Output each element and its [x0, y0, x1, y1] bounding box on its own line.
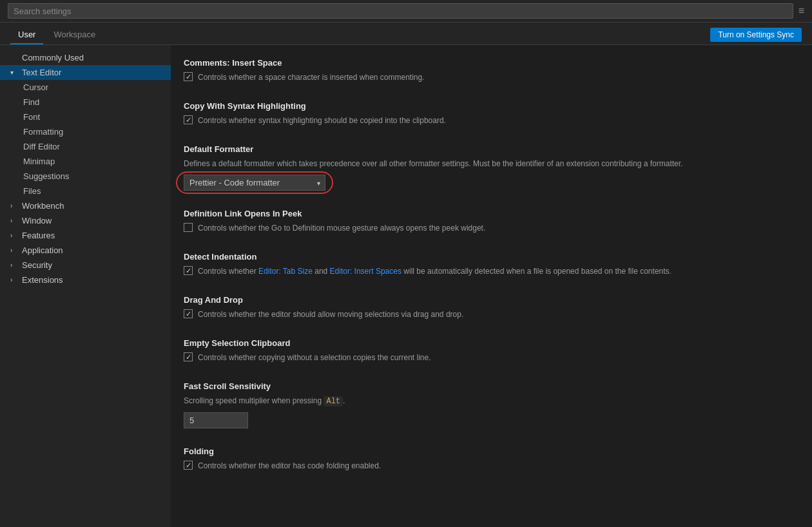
setting-description: Controls whether copying without a selec… — [198, 352, 431, 363]
sidebar-item-formatting[interactable]: Formatting — [0, 124, 171, 139]
checkbox-detect-indentation[interactable] — [184, 266, 193, 275]
sync-button[interactable]: Turn on Settings Sync — [710, 28, 802, 42]
sidebar-item-label: Window — [22, 216, 52, 225]
setting-description: Controls whether the editor has code fol… — [198, 460, 381, 472]
checkbox-row: Controls whether copying without a selec… — [184, 352, 793, 363]
setting-description: Controls whether the editor should allow… — [198, 309, 463, 320]
checkbox-empty-selection-clipboard[interactable] — [184, 352, 193, 361]
sidebar-item-label: Font — [23, 112, 40, 122]
setting-description: Controls whether a space character is in… — [198, 72, 425, 83]
setting-title: Comments: Insert Space — [184, 58, 793, 68]
sidebar-item-extensions[interactable]: › Extensions — [0, 273, 171, 287]
sidebar-item-label: Features — [22, 231, 55, 240]
setting-folding: Folding Controls whether the editor has … — [184, 446, 793, 472]
sidebar-item-application[interactable]: › Application — [0, 243, 171, 258]
sidebar-item-label: Minimap — [23, 157, 55, 166]
checkbox-row: Controls whether the editor has code fol… — [184, 460, 793, 472]
sidebar-item-text-editor[interactable]: ▾ Text Editor — [0, 65, 171, 80]
setting-title: Definition Link Opens In Peek — [184, 209, 793, 218]
link-insert-spaces[interactable]: Editor: Insert Spaces — [330, 267, 401, 276]
sidebar-item-features[interactable]: › Features — [0, 228, 171, 243]
sidebar-item-label: Diff Editor — [23, 142, 60, 151]
formatter-oval-highlight: None Prettier - Code formatter ▾ — [184, 175, 325, 191]
sidebar-item-workbench[interactable]: › Workbench — [0, 198, 171, 213]
sidebar-item-label: Text Editor — [22, 68, 61, 77]
sidebar-item-label: Security — [22, 260, 52, 270]
setting-description: Controls whether syntax highlighting sho… — [198, 115, 446, 126]
checkbox-row: Controls whether the Go to Definition mo… — [184, 222, 793, 234]
search-input[interactable] — [8, 3, 793, 19]
title-prefix: Comments: — [184, 58, 232, 68]
settings-content: Comments: Insert Space Controls whether … — [171, 45, 812, 527]
checkbox-drag-and-drop[interactable] — [184, 309, 193, 318]
checkbox-row: Controls whether Editor: Tab Size and Ed… — [184, 265, 793, 277]
checkbox-row: Controls whether the editor should allow… — [184, 309, 793, 320]
sidebar-item-diff-editor[interactable]: Diff Editor — [0, 139, 171, 154]
chevron-icon: › — [10, 217, 18, 224]
chevron-icon: › — [10, 232, 18, 239]
sidebar-item-suggestions[interactable]: Suggestions — [0, 169, 171, 184]
main-content: Commonly Used ▾ Text Editor Cursor Find … — [0, 45, 812, 527]
key-alt: Alt — [324, 396, 343, 407]
checkbox-definition-link[interactable] — [184, 223, 193, 232]
sidebar-item-label: Commonly Used — [22, 53, 84, 62]
setting-copy-with-syntax: Copy With Syntax Highlighting Controls w… — [184, 101, 793, 126]
tab-user[interactable]: User — [10, 26, 43, 44]
checkbox-row: Controls whether a space character is in… — [184, 72, 793, 83]
sidebar-item-window[interactable]: › Window — [0, 213, 171, 228]
sidebar-item-minimap[interactable]: Minimap — [0, 154, 171, 169]
sidebar-item-label: Application — [22, 245, 63, 255]
setting-title: Copy With Syntax Highlighting — [184, 101, 793, 111]
checkbox-row: Controls whether syntax highlighting sho… — [184, 115, 793, 126]
chevron-icon: ▾ — [10, 69, 18, 76]
setting-description: Controls whether the Go to Definition mo… — [198, 222, 485, 234]
setting-title: Drag And Drop — [184, 295, 793, 305]
chevron-icon: › — [10, 247, 18, 254]
chevron-icon: › — [10, 276, 18, 283]
setting-fast-scroll-sensitivity: Fast Scroll Sensitivity Scrolling speed … — [184, 381, 793, 428]
setting-comments-insert-space: Comments: Insert Space Controls whether … — [184, 58, 793, 83]
sidebar-item-label: Extensions — [22, 275, 63, 285]
checkbox-copy-with-syntax[interactable] — [184, 115, 193, 124]
sidebar-item-font[interactable]: Font — [0, 110, 171, 124]
setting-detect-indentation: Detect Indentation Controls whether Edit… — [184, 252, 793, 277]
checkbox-comments-insert-space[interactable] — [184, 72, 193, 81]
setting-default-formatter: Default Formatter Defines a default form… — [184, 144, 793, 191]
tabs-bar: User Workspace Turn on Settings Sync — [0, 23, 812, 45]
setting-title: Default Formatter — [184, 144, 793, 154]
formatter-dropdown-wrapper: None Prettier - Code formatter ▾ — [184, 175, 325, 191]
tab-workspace[interactable]: Workspace — [46, 26, 103, 44]
setting-title: Fast Scroll Sensitivity — [184, 381, 793, 391]
title-bold: Insert Space — [232, 58, 282, 68]
sidebar-item-label: Formatting — [23, 127, 63, 137]
sidebar-item-security[interactable]: › Security — [0, 258, 171, 273]
setting-title: Detect Indentation — [184, 252, 793, 262]
setting-definition-link: Definition Link Opens In Peek Controls w… — [184, 209, 793, 234]
sidebar-item-label: Find — [23, 97, 39, 107]
chevron-icon: › — [10, 202, 18, 209]
tabs-left: User Workspace — [10, 26, 103, 44]
checkbox-folding[interactable] — [184, 461, 193, 470]
chevron-icon: › — [10, 262, 18, 269]
formatter-dropdown[interactable]: None Prettier - Code formatter — [184, 175, 325, 191]
sidebar-item-cursor[interactable]: Cursor — [0, 80, 171, 95]
top-bar: ≡ — [0, 0, 812, 23]
fast-scroll-input[interactable] — [184, 412, 248, 428]
setting-description: Scrolling speed multiplier when pressing… — [184, 395, 793, 407]
sidebar-item-label: Suggestions — [23, 171, 70, 181]
setting-description: Defines a default formatter which takes … — [184, 158, 793, 169]
filter-icon[interactable]: ≡ — [798, 5, 804, 17]
sidebar-item-files[interactable]: Files — [0, 184, 171, 198]
setting-title: Folding — [184, 446, 793, 456]
setting-title: Empty Selection Clipboard — [184, 338, 793, 348]
sidebar-item-label: Workbench — [22, 201, 64, 211]
sidebar-item-find[interactable]: Find — [0, 95, 171, 110]
sidebar: Commonly Used ▾ Text Editor Cursor Find … — [0, 45, 171, 527]
sidebar-item-commonly-used[interactable]: Commonly Used — [0, 50, 171, 65]
sidebar-item-label: Cursor — [23, 82, 48, 92]
setting-empty-selection-clipboard: Empty Selection Clipboard Controls wheth… — [184, 338, 793, 363]
link-tab-size[interactable]: Editor: Tab Size — [258, 267, 313, 276]
setting-drag-and-drop: Drag And Drop Controls whether the edito… — [184, 295, 793, 320]
setting-description: Controls whether Editor: Tab Size and Ed… — [198, 265, 672, 277]
sidebar-item-label: Files — [23, 186, 41, 196]
